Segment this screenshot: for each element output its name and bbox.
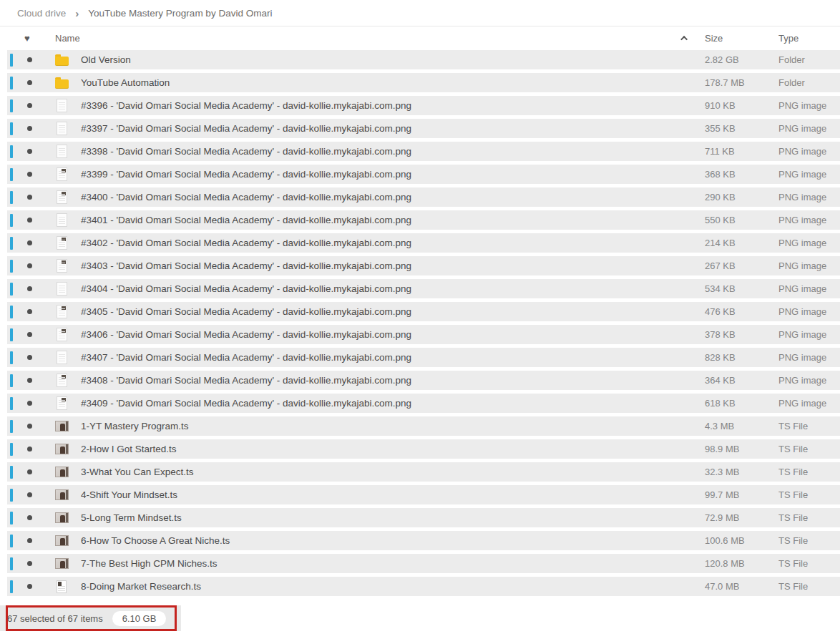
file-type: PNG image — [778, 146, 840, 157]
file-row[interactable]: #3401 - 'David Omari Social Media Academ… — [7, 210, 840, 230]
bullet-dot-icon — [27, 195, 32, 200]
bullet-dot-icon — [27, 447, 32, 452]
breadcrumb-cloud-drive[interactable]: Cloud drive — [17, 8, 66, 19]
bullet-dot-icon — [27, 149, 32, 154]
image-icon — [57, 145, 67, 158]
row-bullet-cell — [13, 401, 46, 406]
file-row[interactable]: #3405 - 'David Omari Social Media Academ… — [7, 302, 840, 321]
row-bullet-cell — [13, 240, 46, 245]
file-name: 2-How I Got Started.ts — [77, 444, 705, 454]
breadcrumb-current-folder: YouTube Mastery Program by David Omari — [88, 8, 272, 19]
bullet-dot-icon — [27, 332, 32, 337]
file-row[interactable]: 3-What You Can Expect.ts 32.3 MB TS File — [7, 462, 840, 482]
file-row[interactable]: 7-The Best High CPM Niches.ts 120.8 MB T… — [7, 554, 840, 573]
file-row[interactable]: #3398 - 'David Omari Social Media Academ… — [7, 142, 840, 161]
file-name: 5-Long Term Mindset.ts — [77, 512, 705, 523]
file-name: 1-YT Mastery Program.ts — [77, 421, 705, 431]
row-bullet-cell — [13, 515, 46, 520]
image-icon — [57, 122, 67, 135]
bullet-dot-icon — [27, 378, 32, 383]
image-dark-icon — [57, 167, 67, 181]
file-row[interactable]: #3400 - 'David Omari Social Media Academ… — [7, 187, 840, 207]
row-bullet-cell — [13, 469, 46, 474]
row-bullet-cell — [13, 149, 46, 154]
video-icon — [55, 558, 69, 569]
file-name: #3398 - 'David Omari Social Media Academ… — [77, 146, 705, 157]
footer-area: 67 selected of 67 items 6.10 GB — [0, 605, 840, 631]
file-row[interactable]: YouTube Automation 178.7 MB Folder — [7, 73, 840, 92]
file-type: TS File — [778, 421, 840, 431]
file-name: #3399 - 'David Omari Social Media Academ… — [77, 169, 705, 180]
video-icon — [55, 535, 69, 546]
column-header-name[interactable]: Name — [55, 33, 80, 44]
file-type: PNG image — [778, 283, 840, 294]
file-row[interactable]: #3407 - 'David Omari Social Media Academ… — [7, 348, 840, 367]
row-bullet-cell — [13, 57, 46, 62]
file-row[interactable]: #3408 - 'David Omari Social Media Academ… — [7, 371, 840, 390]
bullet-dot-icon — [27, 584, 32, 589]
row-bullet-cell — [13, 103, 46, 108]
file-size: 47.0 MB — [705, 581, 778, 592]
file-size: 98.9 MB — [705, 444, 778, 454]
file-row[interactable]: 5-Long Term Mindset.ts 72.9 MB TS File — [7, 508, 840, 527]
file-row[interactable]: #3397 - 'David Omari Social Media Academ… — [7, 119, 840, 138]
column-header-type[interactable]: Type — [778, 33, 840, 44]
file-type: PNG image — [778, 260, 840, 271]
file-type: Folder — [778, 54, 840, 65]
folder-icon — [55, 79, 69, 89]
file-row[interactable]: 1-YT Mastery Program.ts 4.3 MB TS File — [7, 416, 840, 436]
file-row[interactable]: #3403 - 'David Omari Social Media Academ… — [7, 256, 840, 275]
file-row[interactable]: Old Version 2.82 GB Folder — [7, 50, 840, 69]
selection-summary: 67 selected of 67 items 6.10 GB — [0, 605, 181, 631]
bullet-dot-icon — [27, 172, 32, 177]
doc-icon — [57, 580, 67, 593]
bullet-dot-icon — [27, 355, 32, 360]
image-dark-icon — [57, 328, 67, 341]
file-row[interactable]: #3396 - 'David Omari Social Media Academ… — [7, 96, 840, 115]
file-row[interactable]: #3409 - 'David Omari Social Media Academ… — [7, 394, 840, 413]
file-row[interactable]: #3404 - 'David Omari Social Media Academ… — [7, 279, 840, 298]
file-size: 4.3 MB — [705, 421, 778, 431]
file-row[interactable]: 4-Shift Your Mindset.ts 99.7 MB TS File — [7, 485, 840, 504]
video-icon — [55, 467, 69, 477]
file-size: 618 KB — [705, 398, 778, 409]
file-row[interactable]: #3402 - 'David Omari Social Media Academ… — [7, 233, 840, 253]
file-size: 355 KB — [705, 123, 778, 134]
file-type: TS File — [778, 467, 840, 477]
bullet-dot-icon — [27, 401, 32, 406]
image-dark-icon — [57, 396, 67, 410]
video-icon — [55, 512, 69, 523]
bullet-dot-icon — [27, 492, 32, 497]
file-name: #3408 - 'David Omari Social Media Academ… — [77, 375, 705, 386]
row-bullet-cell — [13, 355, 46, 360]
row-bullet-cell — [13, 195, 46, 200]
file-row[interactable]: #3406 - 'David Omari Social Media Academ… — [7, 325, 840, 344]
row-bullet-cell — [13, 309, 46, 314]
row-bullet-cell — [13, 447, 46, 452]
list-header: ♥ Name Size Type — [0, 26, 840, 50]
file-size: 267 KB — [705, 260, 778, 271]
image-dark-icon — [57, 374, 67, 387]
file-size: 178.7 MB — [705, 77, 778, 88]
row-bullet-cell — [13, 584, 46, 589]
file-name: #3404 - 'David Omari Social Media Academ… — [77, 283, 705, 294]
file-size: 214 KB — [705, 238, 778, 248]
file-row[interactable]: 6-How To Choose A Great Niche.ts 100.6 M… — [7, 531, 840, 550]
image-dark-icon — [57, 190, 67, 204]
image-icon — [57, 213, 67, 227]
favorite-heart-icon[interactable]: ♥ — [24, 34, 34, 43]
file-name: 4-Shift Your Mindset.ts — [77, 489, 705, 500]
bullet-dot-icon — [27, 80, 32, 85]
file-type: PNG image — [778, 215, 840, 225]
image-dark-icon — [57, 236, 67, 250]
file-size: 72.9 MB — [705, 512, 778, 523]
file-row[interactable]: #3399 - 'David Omari Social Media Academ… — [7, 165, 840, 184]
video-icon — [55, 444, 69, 454]
row-bullet-cell — [13, 378, 46, 383]
file-row[interactable]: 2-How I Got Started.ts 98.9 MB TS File — [7, 439, 840, 459]
column-header-size[interactable]: Size — [705, 33, 778, 44]
file-name: #3396 - 'David Omari Social Media Academ… — [77, 100, 705, 111]
bullet-dot-icon — [27, 240, 32, 245]
file-row[interactable]: 8-Doing Market Research.ts 47.0 MB TS Fi… — [7, 577, 840, 596]
file-size: 364 KB — [705, 375, 778, 386]
